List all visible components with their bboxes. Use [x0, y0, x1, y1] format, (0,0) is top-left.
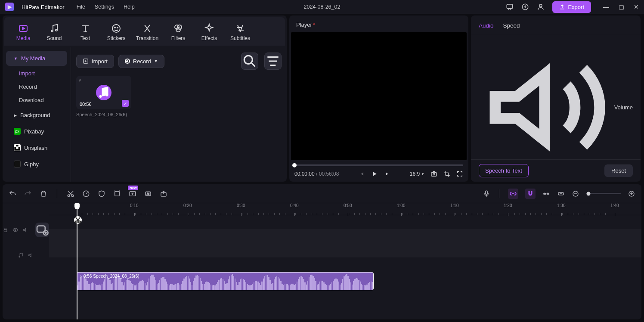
app-logo: ▶	[5, 3, 14, 11]
app-name: HitPaw Edimakor	[22, 4, 65, 10]
sidebar-record[interactable]: Record	[3, 80, 71, 93]
speech-to-text-button[interactable]: Speech to Text	[479, 164, 529, 177]
svg-point-7	[115, 27, 115, 28]
prev-frame-icon[interactable]	[358, 170, 365, 177]
record-button[interactable]: Record▼	[118, 55, 164, 68]
svg-point-33	[15, 229, 16, 230]
speed-icon[interactable]	[82, 190, 90, 198]
menu-file[interactable]: File	[77, 4, 85, 10]
download-icon[interactable]	[521, 3, 529, 11]
timeline-tracks[interactable]: 0:100:200:300:400:501:001:101:201:301:40…	[49, 203, 641, 319]
maximize-button[interactable]: ▢	[619, 3, 624, 10]
sidebar-background[interactable]: ▶Background	[6, 108, 67, 123]
play-icon[interactable]	[371, 170, 378, 177]
next-frame-icon[interactable]	[384, 170, 391, 177]
tab-sound[interactable]: Sound	[39, 21, 70, 46]
undo-icon[interactable]	[9, 190, 16, 198]
timeline-ruler[interactable]: 0:100:200:300:400:501:001:101:201:301:40	[49, 203, 641, 215]
add-media-button[interactable]	[35, 223, 49, 237]
tab-effects[interactable]: Effects	[194, 21, 225, 46]
menu-bar: File Settings Help	[77, 4, 135, 10]
audio-thumbnail-icon	[96, 85, 111, 100]
tab-speed[interactable]: Speed	[503, 22, 520, 29]
chat-icon[interactable]	[506, 3, 514, 11]
sort-button[interactable]	[264, 53, 282, 70]
mic-icon[interactable]	[483, 190, 490, 198]
magnet-icon[interactable]	[525, 189, 536, 199]
player-panel: Player* 00:00:00 / 00:56:08 16:9▼	[289, 15, 468, 182]
track-mute-icon[interactable]	[23, 227, 28, 233]
delete-icon[interactable]	[40, 190, 47, 198]
cut-icon[interactable]	[67, 190, 74, 198]
redo-icon[interactable]	[24, 190, 32, 198]
svg-point-13	[244, 56, 252, 64]
media-panel: Media Sound Text Stickers Transition Fil…	[3, 15, 287, 182]
track-lock-icon[interactable]	[3, 227, 8, 233]
clip-duration: 00:56	[80, 102, 92, 107]
aspect-ratio-selector[interactable]: 16:9▼	[410, 171, 424, 177]
search-button[interactable]	[241, 53, 258, 70]
crop-clip-icon[interactable]	[113, 190, 121, 198]
import-button[interactable]: Import	[76, 55, 114, 68]
user-icon[interactable]	[537, 3, 545, 11]
tab-stickers[interactable]: Stickers	[101, 21, 132, 46]
link-icon[interactable]	[508, 189, 518, 199]
tab-media[interactable]: Media	[8, 21, 39, 46]
media-clip[interactable]: ♪ 00:56 ✓ Speech_2024_08_26(6)	[76, 76, 131, 117]
properties-panel: Audio Speed Volume 100%▲▼ Fade In 0s▲▼ F…	[471, 15, 641, 182]
track-toggle-icon[interactable]	[542, 190, 550, 198]
sidebar-unsplash[interactable]: Unsplash	[6, 140, 67, 155]
export-button[interactable]: Export	[552, 1, 591, 13]
track-visible-icon[interactable]	[12, 227, 18, 233]
project-title: 2024-08-26_02	[304, 4, 341, 10]
sidebar-import[interactable]: Import	[3, 67, 71, 80]
audio-track-icon[interactable]	[18, 252, 24, 258]
player-canvas[interactable]	[291, 32, 467, 160]
zoom-in-icon[interactable]	[628, 190, 635, 198]
sidebar-pixabay[interactable]: pxPixabay	[6, 124, 67, 139]
playhead-cut-icon[interactable]	[74, 216, 82, 224]
player-time: 00:00:00 / 00:56:08	[294, 171, 339, 177]
tab-text[interactable]: Text	[70, 21, 101, 46]
sidebar-my-media[interactable]: ▼My Media	[6, 51, 67, 66]
close-button[interactable]: ✕	[634, 3, 639, 10]
sidebar: ▼My Media Import Record Download ▶Backgr…	[3, 47, 71, 182]
tab-transition[interactable]: Transition	[132, 21, 163, 46]
sidebar-giphy[interactable]: Giphy	[6, 156, 67, 172]
shield-icon[interactable]	[98, 190, 105, 198]
volume-icon	[479, 41, 611, 159]
svg-text:AI: AI	[147, 192, 149, 195]
minimize-button[interactable]: —	[603, 3, 609, 10]
svg-rect-0	[507, 4, 513, 9]
timeline-panel: New AI	[3, 184, 641, 319]
crop-icon[interactable]	[443, 170, 450, 177]
player-title: Player	[296, 22, 312, 28]
export-label: Export	[568, 4, 584, 10]
tab-filters[interactable]: Filters	[163, 21, 194, 46]
unsaved-indicator: *	[313, 22, 315, 28]
ai-icon[interactable]: AI	[144, 190, 152, 198]
clip-name: Speech_2024_08_26(6)	[76, 112, 131, 117]
text-clip-icon[interactable]: New	[129, 190, 136, 198]
tab-subtitles[interactable]: Subtitles	[225, 21, 256, 46]
reset-button[interactable]: Reset	[604, 164, 633, 177]
svg-rect-21	[115, 191, 120, 196]
export-clip-icon[interactable]	[160, 190, 167, 198]
zoom-out-icon[interactable]	[572, 190, 579, 198]
svg-point-2	[539, 4, 542, 7]
audio-track-mute-icon[interactable]	[28, 252, 34, 258]
svg-point-14	[99, 95, 102, 98]
menu-help[interactable]: Help	[124, 4, 135, 10]
menu-settings[interactable]: Settings	[95, 4, 114, 10]
svg-point-36	[19, 256, 20, 257]
audio-clip[interactable]: ♪0:56 Speech_2024_08_26(6)	[77, 272, 374, 290]
sidebar-download[interactable]: Download	[3, 93, 71, 107]
seek-bar[interactable]	[294, 164, 463, 166]
snapshot-icon[interactable]	[430, 170, 437, 177]
fullscreen-icon[interactable]	[456, 170, 463, 177]
tab-audio[interactable]: Audio	[479, 22, 494, 29]
zoom-slider[interactable]	[586, 193, 621, 194]
svg-point-6	[112, 25, 120, 32]
fit-icon[interactable]	[557, 190, 565, 198]
svg-point-15	[106, 94, 108, 96]
